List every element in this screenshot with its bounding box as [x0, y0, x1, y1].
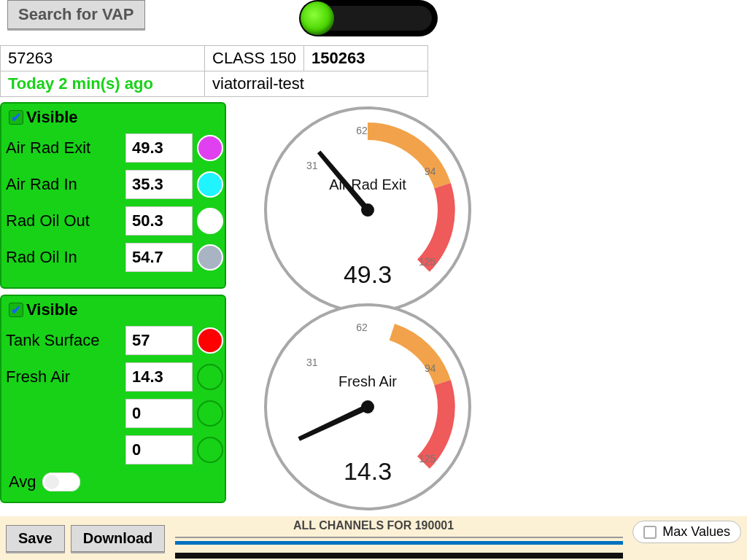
- vehicle-classnum-cell: 150263: [304, 46, 428, 71]
- gauge-tick-125: 125: [419, 256, 436, 268]
- save-button[interactable]: Save: [6, 525, 65, 552]
- channel-name: Fresh Air: [4, 368, 125, 386]
- visible-checkbox[interactable]: ✔: [9, 110, 23, 125]
- toggle-knob: [301, 1, 334, 35]
- visible-label: Visible: [26, 300, 78, 319]
- channel-name: Tank Surface: [4, 331, 125, 350]
- avg-toggle[interactable]: [42, 472, 80, 491]
- channel-color-swatch[interactable]: [197, 244, 223, 271]
- channel-color-swatch[interactable]: [197, 437, 223, 463]
- channel-color-swatch[interactable]: [197, 327, 223, 354]
- gauge-value: 49.3: [344, 260, 392, 288]
- max-values-checkbox[interactable]: [643, 526, 657, 539]
- channel-row: Rad Oil In 54.7: [4, 239, 222, 276]
- vehicle-timestamp-cell: Today 2 min(s) ago: [1, 71, 205, 97]
- chart-axis-line: [175, 537, 623, 538]
- chart-title: ALL CHANNELS FOR 190001: [293, 519, 454, 532]
- max-values-label: Max Values: [662, 524, 730, 540]
- svg-point-3: [361, 203, 374, 217]
- channel-row: Fresh Air 14.3: [4, 359, 222, 395]
- search-vap-button[interactable]: Search for VAP: [7, 0, 145, 29]
- gauge-air-rad-exit: 31 62 94 125 Air Rad Exit 49.3: [260, 102, 476, 318]
- gauge-tick-94: 94: [425, 166, 436, 177]
- master-toggle[interactable]: [299, 0, 438, 36]
- gauge-tick-62: 62: [356, 322, 368, 333]
- channel-value: 49.3: [125, 133, 193, 163]
- channel-value: 57: [125, 326, 193, 355]
- channel-row: Air Rad Exit 49.3: [4, 130, 222, 166]
- channel-name: Rad Oil Out: [4, 211, 125, 230]
- channel-value: 0: [125, 435, 193, 464]
- visible-checkbox[interactable]: ✔: [9, 303, 23, 317]
- avg-label: Avg: [9, 472, 36, 491]
- gauge-value: 14.3: [344, 457, 392, 485]
- channel-color-swatch[interactable]: [197, 400, 223, 427]
- channel-name: Rad Oil In: [4, 248, 125, 267]
- channel-value: 35.3: [125, 170, 193, 199]
- channel-name: Air Rad Exit: [4, 139, 125, 158]
- channel-panel-1: ✔ Visible Air Rad Exit 49.3 Air Rad In 3…: [0, 102, 226, 289]
- bottom-toolbar: Save Download ALL CHANNELS FOR 190001 Ma…: [0, 516, 747, 560]
- channel-value: 50.3: [125, 206, 193, 236]
- gauge-fresh-air: 31 62 94 125 Fresh Air 14.3: [260, 299, 476, 515]
- channel-row: Rad Oil Out 50.3: [4, 203, 222, 239]
- vehicle-id-cell: 57263: [1, 46, 205, 71]
- channel-value: 0: [125, 399, 193, 428]
- channel-row: 0: [4, 432, 222, 468]
- gauge-tick-31: 31: [306, 160, 318, 171]
- channel-row: 0: [4, 395, 222, 432]
- channel-color-swatch[interactable]: [197, 364, 223, 390]
- channel-value: 54.7: [125, 243, 193, 272]
- svg-point-7: [361, 400, 374, 413]
- channel-name: Air Rad In: [4, 175, 125, 194]
- gauge-tick-94: 94: [425, 362, 436, 374]
- channel-value: 14.3: [125, 362, 193, 392]
- channel-color-swatch[interactable]: [197, 208, 223, 234]
- channel-row: Air Rad In 35.3: [4, 166, 222, 203]
- max-values-toggle[interactable]: Max Values: [632, 521, 741, 543]
- channel-color-swatch[interactable]: [197, 135, 223, 161]
- gauge-tick-31: 31: [306, 357, 318, 368]
- vehicle-class-cell: CLASS 150: [205, 46, 304, 71]
- vehicle-site-cell: viatorrail-test: [205, 71, 428, 97]
- chart-series-line: [175, 541, 623, 545]
- chart-baseline: [175, 553, 623, 559]
- channel-color-swatch[interactable]: [197, 171, 223, 198]
- vehicle-info-table: 57263 CLASS 150 150263 Today 2 min(s) ag…: [0, 45, 428, 97]
- gauge-tick-125: 125: [419, 453, 436, 464]
- channel-row: Tank Surface 57: [4, 322, 222, 359]
- visible-label: Visible: [26, 108, 78, 127]
- download-button[interactable]: Download: [71, 525, 166, 552]
- gauge-title: Fresh Air: [338, 373, 397, 389]
- channel-panel-2: ✔ Visible Tank Surface 57 Fresh Air 14.3…: [0, 295, 226, 503]
- gauge-tick-62: 62: [356, 125, 368, 136]
